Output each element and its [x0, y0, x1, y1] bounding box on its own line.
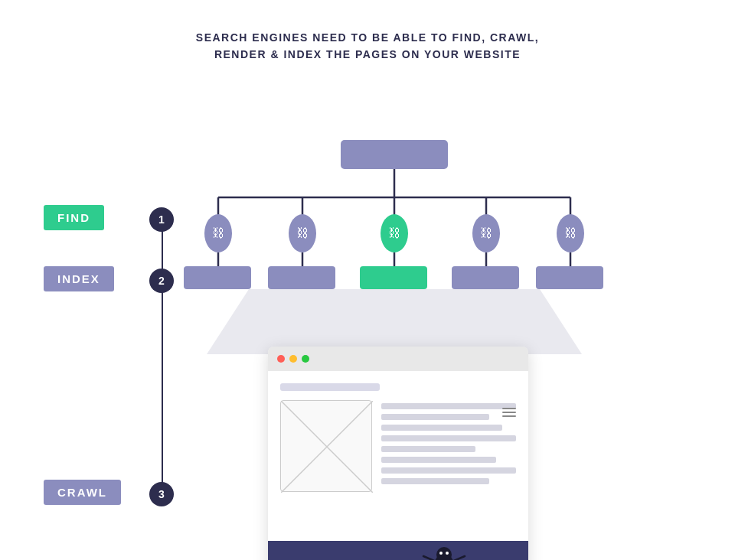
svg-point-38	[436, 547, 452, 560]
browser-text	[381, 400, 516, 492]
diagram-area: FIND INDEX CRAWL 1 2 3	[0, 71, 735, 560]
svg-text:⛓: ⛓	[296, 226, 309, 239]
browser-minimize-dot	[289, 355, 297, 363]
text-line	[381, 467, 516, 474]
text-line	[381, 478, 489, 484]
text-line	[381, 457, 496, 463]
index-label: INDEX	[44, 266, 114, 291]
browser-titlebar	[268, 347, 528, 371]
text-line	[381, 446, 475, 452]
crawl-label: CRAWL	[44, 480, 121, 505]
browser-maximize-dot	[302, 355, 309, 363]
menu-line	[502, 408, 516, 409]
page-title: SEARCH ENGINES NEED TO BE ABLE TO FIND, …	[196, 29, 539, 63]
browser-image	[280, 400, 372, 492]
number-1-circle: 1	[149, 207, 174, 232]
svg-rect-30	[268, 266, 335, 289]
browser-mockup	[268, 347, 528, 560]
find-label: FIND	[44, 205, 104, 230]
vertical-line	[162, 220, 163, 495]
svg-text:⛓: ⛓	[480, 226, 492, 239]
browser-footer-bar	[268, 541, 528, 560]
svg-rect-31	[360, 266, 427, 289]
svg-rect-32	[452, 266, 519, 289]
number-3-circle: 3	[149, 482, 174, 506]
svg-rect-33	[536, 266, 603, 289]
text-line	[381, 414, 489, 420]
svg-line-41	[423, 556, 434, 560]
main-container: SEARCH ENGINES NEED TO BE ABLE TO FIND, …	[0, 0, 735, 560]
number-2-circle: 2	[149, 269, 174, 293]
svg-text:⛓: ⛓	[564, 226, 577, 239]
svg-line-45	[454, 556, 465, 560]
text-line	[381, 403, 516, 409]
svg-marker-34	[207, 289, 582, 354]
svg-point-39	[439, 552, 443, 555]
menu-line	[502, 415, 516, 417]
text-line	[381, 435, 516, 441]
browser-close-dot	[277, 355, 285, 363]
svg-rect-29	[184, 266, 251, 289]
text-line	[381, 425, 502, 431]
browser-menu-icon	[502, 408, 516, 417]
browser-body	[268, 371, 528, 560]
browser-nav-bar	[280, 383, 380, 391]
spider-icon: ✓	[417, 536, 471, 560]
svg-point-40	[446, 552, 449, 555]
svg-text:⛓: ⛓	[212, 226, 224, 239]
svg-text:⛓: ⛓	[388, 226, 400, 239]
browser-content	[280, 400, 516, 492]
menu-line	[502, 412, 516, 413]
svg-rect-0	[341, 140, 448, 169]
